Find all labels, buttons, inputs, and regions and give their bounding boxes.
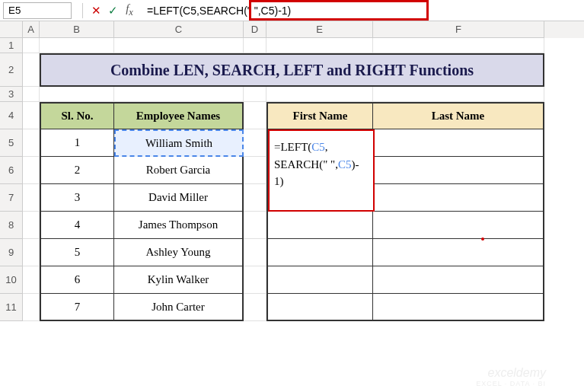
table-cell[interactable]: 4 [40, 212, 114, 239]
enter-icon[interactable]: ✓ [104, 4, 121, 18]
table-cell[interactable] [266, 212, 373, 239]
cell[interactable] [23, 87, 40, 102]
formula-input[interactable]: =LEFT(C5,SEARCH(" ",C5)-1) [142, 2, 584, 19]
table-cell[interactable] [373, 294, 544, 321]
col-header-b[interactable]: B [40, 21, 114, 38]
table-cell[interactable]: David Miller [114, 184, 244, 212]
formula-bar: ✕ ✓ fx =LEFT(C5,SEARCH(" ",C5)-1) [0, 0, 584, 21]
table-cell[interactable] [266, 266, 373, 294]
cell[interactable] [23, 53, 40, 87]
cell[interactable] [23, 212, 40, 239]
cell[interactable] [23, 38, 40, 53]
cell[interactable] [40, 87, 114, 102]
header-lname[interactable]: Last Name [373, 102, 544, 129]
cell[interactable] [23, 102, 40, 129]
cell-c5[interactable]: William Smith [114, 129, 244, 157]
select-all-corner[interactable] [0, 21, 23, 38]
title-cell[interactable]: Combine LEN, SEARCH, LEFT and RIGHT Func… [40, 53, 544, 87]
row-header-7[interactable]: 7 [0, 184, 23, 212]
table-cell[interactable]: James Thompson [114, 212, 244, 239]
cell[interactable] [244, 239, 266, 266]
table-cell[interactable] [373, 184, 544, 212]
cell[interactable] [114, 87, 244, 102]
col-header-c[interactable]: C [114, 21, 244, 38]
cell[interactable] [244, 157, 266, 184]
cell[interactable] [373, 38, 544, 53]
cell-e5-active[interactable]: =LEFT(C5, SEARCH(" ",C5)- 1) [266, 129, 373, 157]
cell[interactable] [23, 266, 40, 294]
fx-icon[interactable]: fx [121, 2, 138, 18]
col-header-d[interactable]: D [244, 21, 266, 38]
row-header-5[interactable]: 5 [0, 129, 23, 157]
row-header-2[interactable]: 2 [0, 53, 23, 87]
table-cell[interactable] [266, 239, 373, 266]
table-cell[interactable] [373, 239, 544, 266]
cell[interactable] [244, 87, 266, 102]
name-box[interactable] [3, 2, 72, 19]
col-header-f[interactable]: F [373, 21, 544, 38]
header-empname[interactable]: Employee Names [114, 102, 244, 129]
cell[interactable] [23, 239, 40, 266]
column-headers: A B C D E F [0, 21, 584, 38]
row-header-1[interactable]: 1 [0, 38, 23, 53]
row-header-9[interactable]: 9 [0, 239, 23, 266]
cell[interactable] [23, 184, 40, 212]
table-cell[interactable]: 6 [40, 266, 114, 294]
table-cell[interactable]: Ashley Young [114, 239, 244, 266]
col-header-e[interactable]: E [266, 21, 373, 38]
cell[interactable] [373, 87, 544, 102]
table-cell[interactable] [373, 129, 544, 157]
row-header-8[interactable]: 8 [0, 212, 23, 239]
cell[interactable] [266, 87, 373, 102]
cell[interactable] [244, 102, 266, 129]
rows: 1 2 Combine LEN, SEARCH, LEFT and RIGHT … [0, 38, 584, 321]
col-header-a[interactable]: A [23, 21, 40, 38]
table-cell[interactable]: 7 [40, 294, 114, 321]
table-cell[interactable]: John Carter [114, 294, 244, 321]
red-dot [481, 237, 484, 241]
cell[interactable] [23, 157, 40, 184]
cell[interactable] [23, 294, 40, 321]
cell[interactable] [244, 266, 266, 294]
cell[interactable] [244, 38, 266, 53]
table-cell[interactable]: 2 [40, 157, 114, 184]
divider [82, 3, 83, 18]
table-cell[interactable] [373, 157, 544, 184]
cell[interactable] [244, 294, 266, 321]
row-header-6[interactable]: 6 [0, 157, 23, 184]
row-header-10[interactable]: 10 [0, 266, 23, 294]
row-header-11[interactable]: 11 [0, 294, 23, 321]
header-fname[interactable]: First Name [266, 102, 373, 129]
table-cell[interactable]: 1 [40, 129, 114, 157]
cell[interactable] [114, 38, 244, 53]
table-cell[interactable] [373, 266, 544, 294]
table-cell[interactable]: 5 [40, 239, 114, 266]
table-cell[interactable]: Kylin Walker [114, 266, 244, 294]
header-slno[interactable]: Sl. No. [40, 102, 114, 129]
table-cell[interactable]: Robert Garcia [114, 157, 244, 184]
cell[interactable] [244, 184, 266, 212]
cell[interactable] [244, 129, 266, 157]
table-cell[interactable] [266, 294, 373, 321]
row-header-4[interactable]: 4 [0, 102, 23, 129]
cell[interactable] [40, 38, 114, 53]
cell[interactable] [244, 212, 266, 239]
formula-overlay: =LEFT(C5, SEARCH(" ",C5)- 1) [268, 129, 375, 212]
table-cell[interactable] [373, 212, 544, 239]
cancel-icon[interactable]: ✕ [88, 4, 104, 18]
row-header-3[interactable]: 3 [0, 87, 23, 102]
table-cell[interactable]: 3 [40, 184, 114, 212]
cell[interactable] [266, 38, 373, 53]
cell[interactable] [23, 129, 40, 157]
grid-area: A B C D E F 1 2 Combine LEN, SEARCH, LEF… [0, 21, 584, 392]
